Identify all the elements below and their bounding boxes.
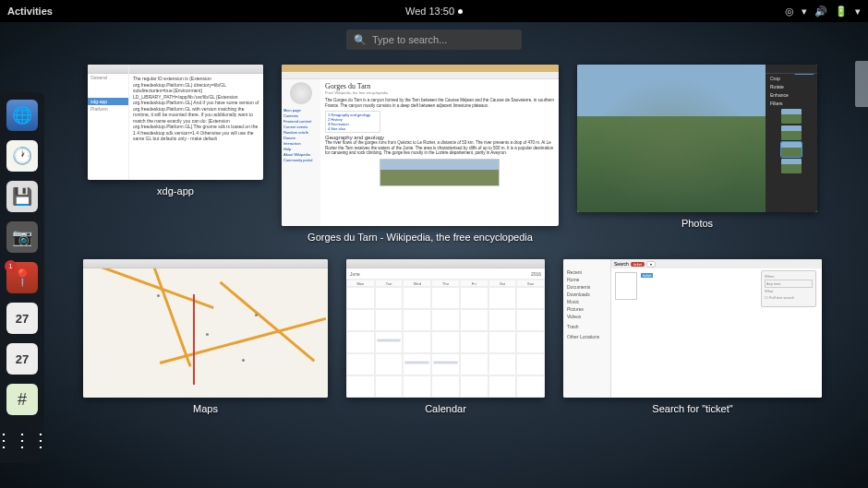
notes-icon[interactable]: #: [6, 384, 38, 415]
calendar-day-2: 27: [16, 352, 29, 366]
workspace-thumbnail[interactable]: [855, 61, 868, 107]
window-files-search[interactable]: RecentHome DocumentsDownloads MusicPictu…: [563, 259, 822, 414]
result-tag: ticket: [641, 273, 653, 278]
wiki-subtitle: From Wikipedia, the free encyclopedia: [325, 90, 554, 95]
wiki-panorama: [380, 159, 500, 186]
wiki-para: The Gorges du Tarn is a canyon formed by…: [325, 98, 554, 109]
xdg-body-text: The regular ID extension is (Extension o…: [133, 76, 259, 142]
search-tag[interactable]: ticket: [631, 262, 645, 267]
window-wikipedia[interactable]: Main pageContents Featured contentCurren…: [282, 65, 559, 243]
volume-icon[interactable]: 🔊: [814, 6, 827, 18]
wiki-para2: The river flows of the gorges runs from …: [325, 140, 554, 157]
window-photos[interactable]: Done Crop Rotate Enhance Filters Photos: [577, 65, 817, 243]
calendar-grid: MonTue WedThu FriSat Sun: [346, 280, 545, 398]
filters-tool[interactable]: Filters: [768, 100, 814, 107]
cal-month: June: [350, 271, 360, 277]
wikipedia-logo: [290, 82, 312, 104]
search-label: Search: [614, 261, 629, 267]
cal-year: 2016: [531, 271, 541, 277]
window-calendar[interactable]: June 2016 MonTue WedThu FriSat Sun Calen…: [346, 259, 545, 414]
notification-dot: [458, 9, 463, 14]
calendar-day: 27: [16, 312, 29, 326]
maps-icon[interactable]: 📍1: [6, 262, 38, 293]
map-canvas: [83, 268, 328, 398]
window-label: Photos: [681, 218, 713, 229]
window-label: Calendar: [425, 403, 466, 414]
xdg-side-hl: xdg-app: [88, 98, 128, 105]
window-label: xdg-app: [157, 185, 194, 196]
file-icon: [615, 272, 637, 300]
filter-thumb[interactable]: [781, 125, 802, 140]
rotate-tool[interactable]: Rotate: [768, 83, 814, 90]
files-sidebar: RecentHome DocumentsDownloads MusicPictu…: [563, 259, 611, 398]
chevron-down-icon[interactable]: ▾: [855, 6, 861, 18]
web-browser-icon[interactable]: 🌐: [6, 100, 38, 131]
filter-thumb[interactable]: [781, 159, 802, 173]
xdg-side-item: General: [88, 74, 128, 81]
clock[interactable]: Wed 13:50: [405, 6, 463, 17]
window-xdg-app[interactable]: General xdg-app Platform The regular ID …: [88, 65, 263, 243]
clocks-icon[interactable]: 🕐: [6, 140, 38, 172]
window-label: Gorges du Tarn - Wikipedia, the free enc…: [307, 232, 533, 243]
clock-label: Wed 13:50: [405, 6, 454, 17]
accessibility-icon[interactable]: ◎: [785, 6, 794, 18]
filter-thumb[interactable]: [781, 109, 802, 124]
badge: 1: [5, 260, 17, 272]
camera-icon[interactable]: 📷: [6, 221, 38, 253]
activities-button[interactable]: Activities: [7, 6, 53, 17]
wifi-icon[interactable]: ▾: [802, 6, 807, 18]
battery-icon[interactable]: 🔋: [835, 6, 848, 18]
window-label: Search for "ticket": [652, 403, 732, 414]
photo-canvas: [577, 65, 766, 212]
disks-icon[interactable]: 💾: [6, 181, 38, 212]
window-maps[interactable]: Maps: [83, 259, 328, 414]
search-filter[interactable]: ▾: [646, 261, 656, 268]
filter-thumb-selected[interactable]: [781, 142, 802, 157]
calendar-icon[interactable]: 27: [6, 303, 38, 334]
overview-search[interactable]: 🔍 Type to search...: [346, 30, 522, 50]
system-tray[interactable]: ◎ ▾ 🔊 🔋 ▾: [785, 6, 861, 18]
wiki-title: Gorges du Tarn: [325, 82, 554, 90]
xdg-side-item: Platform: [88, 105, 128, 113]
dash: 🌐 🕐 💾 📷 📍1 27 27 # ⋮⋮⋮: [0, 92, 44, 463]
window-label: Maps: [193, 403, 218, 414]
crop-tool[interactable]: Crop: [768, 75, 814, 82]
search-popup[interactable]: When Any time What ☐ Full text search: [761, 270, 816, 307]
photo-edit-panel: Done Crop Rotate Enhance Filters: [766, 65, 817, 212]
calendar-icon-2[interactable]: 27: [6, 343, 38, 375]
enhance-tool[interactable]: Enhance: [768, 91, 814, 99]
search-icon: 🔍: [354, 34, 367, 46]
search-placeholder: Type to search...: [372, 34, 447, 45]
show-apps-icon[interactable]: ⋮⋮⋮: [6, 424, 38, 456]
wiki-nav: Main pageContents Featured contentCurren…: [282, 79, 320, 226]
